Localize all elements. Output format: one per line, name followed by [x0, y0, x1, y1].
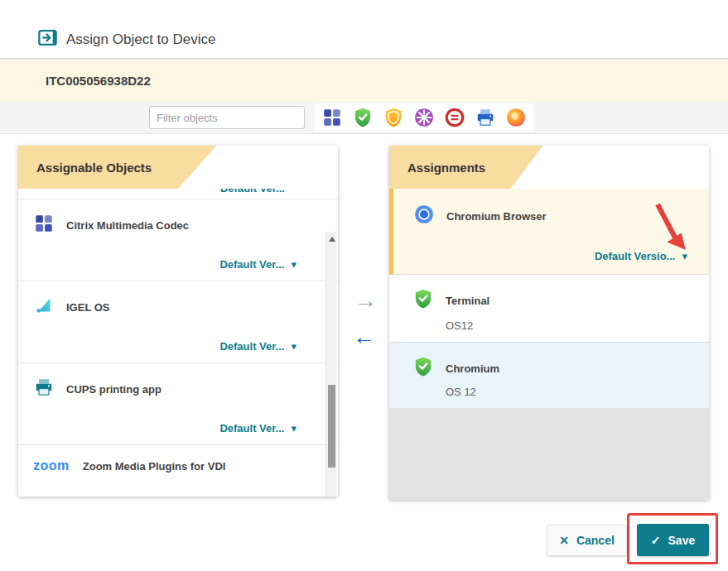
item-name: Zoom Media Plugins for VDI [83, 460, 226, 473]
close-icon: ✕ [559, 534, 569, 547]
cancel-button[interactable]: ✕ Cancel [547, 525, 627, 556]
assign-arrow-button[interactable]: → [354, 288, 377, 314]
filter-objects-input[interactable] [149, 106, 305, 129]
chevron-down-icon: ▾ [682, 251, 687, 262]
assignable-objects-panel: Assignable Objects Default Ver... Citrix… [18, 146, 338, 497]
shield-green-icon[interactable] [351, 106, 374, 129]
chromium-icon [413, 204, 435, 228]
list-item-citrix-multimedia-codec[interactable]: Citrix Multimedia Codec Default Ver... ▾ [18, 199, 338, 281]
clipped-list-item: Default Ver... [18, 189, 338, 199]
record-red-icon[interactable] [443, 106, 466, 129]
assign-object-dialog: Assign Object to Device ITC005056938D22 [0, 0, 728, 571]
item-name: Chromium Browser [446, 210, 547, 223]
chevron-down-icon: ▾ [291, 341, 297, 352]
triangle-up-icon [329, 237, 335, 242]
assignable-objects-title: Assignable Objects [36, 146, 152, 189]
list-scrollbar[interactable] [325, 232, 336, 497]
os-version-label: OS12 [446, 319, 473, 332]
version-label: Default Ver... [219, 258, 284, 271]
chevron-down-icon: ▾ [291, 423, 297, 434]
shield-green-icon [412, 356, 434, 381]
item-name: IGEL OS [66, 301, 110, 314]
cups-printer-icon [33, 377, 55, 401]
device-id: ITC005056938D22 [46, 74, 151, 88]
object-type-filter-strip [315, 103, 533, 132]
version-label: Default Ver... [219, 422, 284, 434]
item-name: Terminal [446, 295, 489, 307]
dialog-title: Assign Object to Device [66, 31, 215, 48]
dialog-titlebar: Assign Object to Device [0, 0, 728, 58]
assign-object-icon [36, 26, 59, 52]
assignments-header: Assignments [389, 146, 709, 189]
list-item-igel-os[interactable]: IGEL OS Default Ver... ▾ [18, 281, 338, 363]
item-name: CUPS printing app [66, 383, 162, 396]
assignments-panel: Assignments Chromium Browser Default Ver… [389, 146, 709, 500]
shield-orange-icon[interactable] [382, 106, 405, 129]
check-icon: ✓ [651, 534, 661, 547]
filter-toolbar [0, 101, 728, 134]
version-label: Default Ver... [219, 340, 284, 353]
save-button-label: Save [668, 534, 696, 547]
shield-green-icon [412, 288, 434, 313]
assignment-item-chromium[interactable]: Chromium OS 12 [389, 343, 709, 409]
assignable-objects-list: Default Ver... Citrix Multimedia Codec D… [18, 189, 338, 497]
item-name: Chromium [446, 362, 499, 375]
device-id-row: ITC005056938D22 [0, 60, 728, 101]
printer-blue-icon[interactable] [474, 106, 497, 129]
version-dropdown[interactable]: Default Ver... ▾ [219, 422, 297, 434]
list-item-cups-printing-app[interactable]: CUPS printing app Default Ver... ▾ [18, 363, 338, 445]
igel-os-icon [33, 295, 55, 319]
unassign-arrow-button[interactable]: ← [353, 324, 375, 350]
save-button[interactable]: ✓ Save [637, 524, 709, 556]
assignment-item-terminal[interactable]: Terminal OS12 [389, 275, 709, 343]
zoom-logo: zoom [33, 458, 70, 473]
cancel-button-label: Cancel [576, 534, 615, 547]
item-name: Citrix Multimedia Codec [66, 219, 189, 232]
scroll-up-button[interactable] [326, 233, 337, 245]
scrollbar-thumb[interactable] [328, 385, 335, 468]
assignment-item-chromium-browser[interactable]: Chromium Browser Default Versio... ▾ [389, 189, 709, 275]
clipped-version-label: Default Ver... [220, 189, 285, 194]
browser-orange-icon[interactable] [504, 106, 528, 129]
assignments-title: Assignments [407, 146, 485, 189]
version-dropdown[interactable]: Default Ver... ▾ [219, 340, 297, 353]
assignable-objects-header: Assignable Objects [18, 146, 338, 189]
version-dropdown[interactable]: Default Versio... ▾ [595, 250, 687, 262]
version-label: Default Versio... [595, 250, 676, 262]
citrix-codec-icon [33, 213, 55, 238]
version-dropdown[interactable]: Default Ver... ▾ [219, 258, 297, 271]
gear-purple-icon[interactable] [412, 106, 436, 129]
chevron-down-icon: ▾ [291, 259, 297, 270]
apps-tiles-icon[interactable] [321, 106, 344, 129]
list-item-zoom-media-plugins[interactable]: zoom Zoom Media Plugins for VDI [18, 445, 338, 493]
os-version-label: OS 12 [446, 386, 476, 398]
